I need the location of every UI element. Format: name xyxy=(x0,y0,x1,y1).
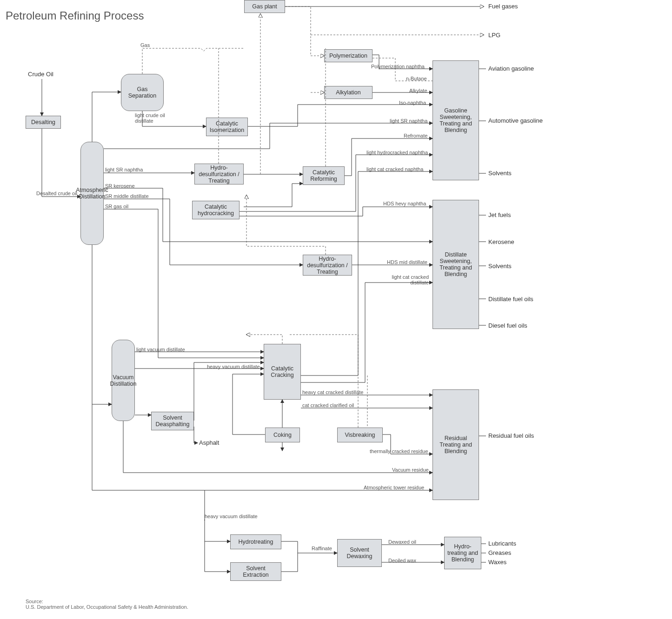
gas-label: Gas xyxy=(140,42,150,48)
residual-blending-box: Residual Treating and Blending xyxy=(432,389,479,500)
cat-clarified-label: cat cracked clarified oil xyxy=(302,402,354,408)
asphalt-label: Asphalt xyxy=(199,439,219,446)
poly-naphtha-label: Polymerization naphtha xyxy=(371,64,425,69)
kerosene-output: Kerosene xyxy=(488,238,514,245)
gas-plant-box: Gas plant xyxy=(244,0,285,13)
heavy-vacuum-2-label: heavy vacuum distillate xyxy=(205,514,258,519)
lpg-output: LPG xyxy=(488,32,500,39)
waxes-output: Waxes xyxy=(488,559,506,566)
desalted-label: Desalted crude oil xyxy=(36,191,77,196)
solvent-deasphalting-box: Solvent Deasphalting xyxy=(151,412,194,430)
light-hydro-naphtha-label: light hydrocracked naphtha xyxy=(366,150,428,155)
lubricants-output: Lubricants xyxy=(488,540,516,547)
iso-naphtha-label: Iso-naphtha xyxy=(399,100,426,105)
sr-gas-oil-label: SR gas oil xyxy=(105,204,128,209)
light-sr-naphtha-label: light SR naphtha xyxy=(105,167,143,172)
alkylate-label: Alkylate xyxy=(409,88,427,93)
residual-fuel-output: Residual fuel oils xyxy=(488,432,534,439)
sr-kerosene-label: SR kerosene xyxy=(105,183,135,189)
hydro-desulfurization-1-box: Hydro-desulfurization / Treating xyxy=(194,164,244,184)
light-sr-naphtha-2-label: light SR naphtha xyxy=(390,118,427,124)
heavy-cat-dist-label: heavy cat cracked distillate xyxy=(302,389,363,395)
dewaxed-label: Dewaxed oil xyxy=(388,539,416,545)
diagram-title: Petroleum Refining Process xyxy=(6,9,144,22)
hds-heavy-naphtha-label: HDS hevy naphtha xyxy=(383,201,426,206)
crude-oil-label: Crude Oil xyxy=(28,71,53,78)
gasoline-blending-box: Gasoline Sweetening, Treating and Blendi… xyxy=(432,60,479,180)
solvent-dewaxing-box: Solvent Dewaxing xyxy=(337,539,382,567)
greases-output: Greases xyxy=(488,549,511,556)
catalytic-isomerization-box: Catalytic Isomerization xyxy=(206,118,248,136)
hydro-desulfurization-2-box: Hydro-desulfurization / Treating xyxy=(303,255,352,276)
gas-separation-box: Gas Separation xyxy=(121,74,164,111)
deoiled-label: Deoiled wax xyxy=(388,558,416,563)
catalytic-hydrocracking-box: Catalytic hydrocracking xyxy=(192,201,240,219)
solvents-2-output: Solvents xyxy=(488,263,512,270)
sr-middle-distillate-label: SR middle distillate xyxy=(105,193,149,199)
refromate-label: Refromate xyxy=(404,133,427,138)
fuel-gases-output: Fuel gases xyxy=(488,3,518,10)
raffinate-label: Raffinate xyxy=(312,546,332,551)
diesel-output: Diesel fuel oils xyxy=(488,322,527,329)
source-citation: Source: U.S. Department of Labor, Occupa… xyxy=(26,599,188,610)
catalytic-reforming-box: Catalytic Reforming xyxy=(303,166,345,185)
automotive-gasoline-output: Automotive gasoline xyxy=(488,117,543,124)
catalytic-cracking-box: Catalytic Cracking xyxy=(264,344,301,400)
vacuum-distillation-box: Vacuum Distillation xyxy=(112,340,135,421)
desalting-box: Desalting xyxy=(26,116,61,129)
solvents-1-output: Solvents xyxy=(488,170,512,177)
distillate-blending-box: Distillate Sweetening, Treating and Blen… xyxy=(432,200,479,329)
heavy-vacuum-label: heavy vacuum distillate xyxy=(207,364,260,369)
light-cat-dist-label: light cat cracked distillate xyxy=(387,274,429,285)
aviation-gasoline-output: Aviation gasoline xyxy=(488,65,534,72)
hydrotreating-blending-box: Hydro-treating and Blending xyxy=(444,537,481,569)
thermal-residue-label: thermally cracked residue xyxy=(370,448,428,454)
diagram-canvas: Petroleum Refining Process Crude Oil Des… xyxy=(0,0,672,619)
atmospheric-distillation-box: Atmospheric Distillation xyxy=(80,142,104,245)
solvent-extraction-box: Solvent Extraction xyxy=(230,562,281,581)
hds-mid-label: HDS mid distillate xyxy=(387,259,427,265)
light-cat-naphtha-label: light cat cracked naphtha xyxy=(366,166,423,172)
jet-fuels-output: Jet fuels xyxy=(488,211,511,218)
light-crude-label: light crude oil distillate xyxy=(135,112,172,124)
hydrotreating-box: Hydrotreating xyxy=(230,534,281,549)
distillate-fuel-output: Distillate fuel oils xyxy=(488,296,533,303)
visbreaking-box: Visbreaking xyxy=(337,428,383,442)
coking-box: Coking xyxy=(265,428,300,442)
light-vacuum-label: light vacuum distillate xyxy=(136,347,185,352)
atmos-residue-label: Atmospheric tower residue xyxy=(364,485,424,490)
alkylation-box: Alkylation xyxy=(324,86,373,99)
vacuum-residue-label: Vacuum residue xyxy=(392,467,429,473)
polymerization-box: Polymerization xyxy=(324,49,373,62)
n-butane-label: n-Butane xyxy=(406,76,427,81)
